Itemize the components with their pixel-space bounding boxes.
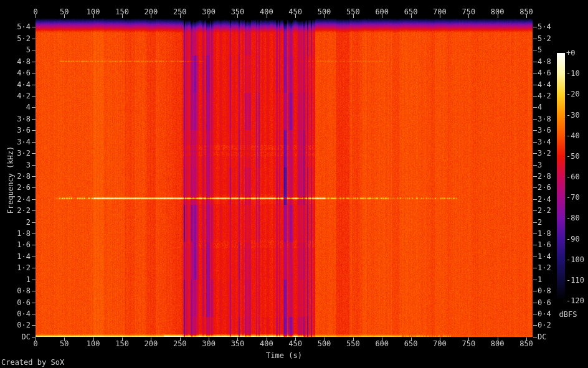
y-axis-tick-label-left: 3·8: [0, 115, 31, 123]
colorbar-tick-label: -120: [566, 296, 584, 305]
y-axis-tick-label-left: 0·8: [0, 286, 31, 295]
y-axis-tick-label-left: 4·2: [0, 92, 31, 100]
y-axis-tick-label-right: 2: [538, 218, 542, 227]
y-axis-tick-label-right: 3·8: [538, 115, 551, 123]
x-axis-tick-label-top: 750: [462, 7, 475, 16]
y-axis-tick-label-right: 1·6: [538, 240, 551, 249]
x-axis-tick-label-bottom: 100: [87, 339, 100, 348]
x-axis-title: Time (s): [266, 351, 302, 360]
x-axis-tick-label-top: 100: [87, 7, 100, 16]
y-axis-tick-label-right: 5: [538, 45, 542, 54]
y-axis-tick-label-left: 4: [0, 103, 31, 111]
x-axis-tick-label-top: 350: [231, 7, 245, 16]
x-axis-tick-label-top: 0: [33, 7, 37, 16]
x-axis-tick-label-bottom: 300: [202, 339, 216, 348]
y-axis-tick-label-right: 1·2: [538, 263, 551, 272]
x-axis-tick-label-top: 50: [60, 7, 69, 16]
y-axis-tick-label-left: 1·2: [0, 263, 31, 272]
x-axis-tick-label-bottom: 800: [491, 339, 505, 348]
x-axis-tick-label-bottom: 350: [231, 339, 245, 348]
y-axis-tick-label-left: 4·4: [0, 80, 31, 89]
x-axis-tick-label-bottom: 650: [404, 339, 418, 348]
y-axis-tick-label-left: 5·4: [0, 22, 31, 31]
colorbar-unit-label: dBFS: [559, 310, 577, 319]
y-axis-tick-label-left: 1·6: [0, 240, 31, 249]
y-axis-tick-label-right: 4: [538, 103, 542, 111]
x-axis-tick-label-top: 600: [375, 7, 389, 16]
y-axis-tick-label-right: 2·6: [538, 183, 551, 192]
x-axis-tick-label-bottom: 250: [173, 339, 187, 348]
x-axis-tick-label-top: 150: [115, 7, 129, 16]
x-axis-tick-label-top: 400: [260, 7, 273, 16]
y-axis-tick-label-right: 5·2: [538, 34, 551, 43]
y-axis-tick-label-left: 4·6: [0, 68, 31, 77]
x-axis-tick-label-top: 800: [491, 7, 505, 16]
spectrogram-canvas: [0, 0, 588, 368]
x-axis-tick-label-top: 300: [202, 7, 216, 16]
y-axis-tick-label-left: DC: [0, 333, 31, 341]
y-axis-tick-label-right: 0·4: [538, 309, 551, 318]
y-axis-tick-label-right: 2·8: [538, 172, 551, 181]
y-axis-title: Frequency (kHz): [6, 146, 15, 214]
colorbar-tick-label: -80: [566, 214, 580, 222]
y-axis-tick-label-right: 2·2: [538, 206, 551, 215]
colorbar-tick-label: -10: [566, 69, 580, 78]
y-axis-tick-label-right: 3·4: [538, 138, 551, 146]
x-axis-tick-label-bottom: 500: [318, 339, 331, 348]
y-axis-tick-label-right: 1: [538, 275, 542, 284]
x-axis-tick-label-bottom: 50: [60, 339, 69, 348]
y-axis-tick-label-right: 0·8: [538, 286, 551, 295]
y-axis-tick-label-right: 0·6: [538, 298, 551, 307]
x-axis-tick-label-top: 500: [318, 7, 331, 16]
x-axis-tick-label-bottom: 200: [145, 339, 158, 348]
x-axis-tick-label-bottom: 0: [33, 339, 37, 348]
credit-text: Created by SoX: [1, 358, 64, 367]
colorbar-tick-label: -110: [566, 276, 584, 285]
y-axis-tick-label-left: 0·4: [0, 309, 31, 318]
y-axis-tick-label-left: 3·2: [0, 149, 31, 158]
x-axis-tick-label-bottom: 550: [346, 339, 360, 348]
y-axis-tick-label-right: 1·4: [538, 252, 551, 261]
y-axis-tick-label-left: 1·4: [0, 252, 31, 261]
y-axis-tick-label-left: 2·8: [0, 172, 31, 181]
colorbar-tick-label: -30: [566, 111, 580, 120]
y-axis-tick-label-right: 4·2: [538, 92, 551, 100]
colorbar-tick-label: -20: [566, 90, 580, 98]
colorbar-tick-label: -90: [566, 235, 580, 243]
y-axis-tick-label-left: 5·2: [0, 34, 31, 43]
colorbar-tick-label: -50: [566, 152, 580, 161]
y-axis-tick-label-right: 2·4: [538, 195, 551, 204]
x-axis-tick-label-bottom: 450: [288, 339, 302, 348]
x-axis-tick-label-top: 250: [173, 7, 187, 16]
y-axis-tick-label-right: 5·4: [538, 22, 551, 31]
x-axis-tick-label-top: 650: [404, 7, 418, 16]
y-axis-tick-label-right: 1·8: [538, 229, 551, 238]
y-axis-tick-label-right: 4·4: [538, 80, 551, 89]
sox-spectrogram-window: 0050501001001501502002002502503003003503…: [0, 0, 588, 368]
y-axis-tick-label-right: 4·6: [538, 68, 551, 77]
x-axis-tick-label-top: 850: [519, 7, 533, 16]
colorbar-tick-label: -60: [566, 172, 580, 181]
x-axis-tick-label-top: 200: [145, 7, 158, 16]
y-axis-tick-label-right: 0·2: [538, 321, 551, 329]
y-axis-tick-label-left: 0·2: [0, 321, 31, 329]
colorbar-tick-label: -100: [566, 255, 584, 264]
y-axis-tick-label-right: 3·6: [538, 126, 551, 134]
x-axis-tick-label-top: 700: [433, 7, 447, 16]
colorbar-tick-label: -70: [566, 193, 580, 202]
y-axis-tick-label-left: 1: [0, 275, 31, 284]
y-axis-tick-label-left: 2: [0, 218, 31, 227]
y-axis-tick-label-left: 3·6: [0, 126, 31, 134]
y-axis-tick-label-left: 2·6: [0, 183, 31, 192]
y-axis-tick-label-left: 2·4: [0, 195, 31, 204]
y-axis-tick-label-left: 3: [0, 161, 31, 169]
y-axis-tick-label-left: 5: [0, 45, 31, 54]
colorbar-tick-label: -40: [566, 131, 580, 140]
x-axis-tick-label-bottom: 750: [462, 339, 475, 348]
x-axis-tick-label-bottom: 400: [260, 339, 273, 348]
y-axis-tick-label-left: 3·4: [0, 138, 31, 146]
y-axis-tick-label-left: 0·6: [0, 298, 31, 307]
colorbar-tick-label: +0: [566, 49, 575, 57]
x-axis-tick-label-bottom: 600: [375, 339, 389, 348]
x-axis-tick-label-bottom: 150: [115, 339, 129, 348]
